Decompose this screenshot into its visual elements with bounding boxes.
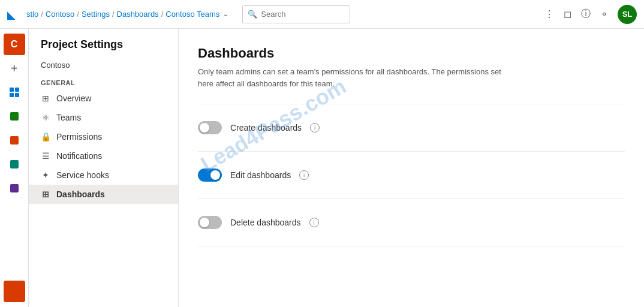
- org-item[interactable]: C: [4, 34, 25, 55]
- sidebar-item-overview[interactable]: ⊞ Overview: [29, 89, 178, 108]
- testplans-item[interactable]: [4, 154, 25, 175]
- permissions-icon: 🔒: [41, 132, 50, 142]
- top-navigation: ◣ stlo / Contoso / Settings / Dashboards…: [0, 0, 644, 29]
- page-title: Dashboards: [198, 46, 625, 61]
- toggle-create-dashboards[interactable]: [198, 121, 222, 134]
- svg-rect-1: [15, 88, 19, 92]
- svg-rect-5: [10, 136, 19, 145]
- main-layout: C + Project Settings Contoso General ⊞ O…: [0, 29, 644, 307]
- divider-bottom: [198, 246, 625, 246]
- help-icon[interactable]: ⓘ: [581, 8, 591, 20]
- pipelines-item[interactable]: [4, 130, 25, 151]
- content-area: Dashboards Only team admins can set a te…: [179, 29, 644, 307]
- svg-rect-0: [10, 88, 14, 92]
- breadcrumb-dropdown-icon[interactable]: ⌄: [223, 11, 228, 17]
- svg-rect-8: [10, 287, 19, 296]
- sidebar-item-dashboards[interactable]: ⊞ Dashboards: [29, 185, 178, 204]
- breadcrumb-contoso-teams[interactable]: Contoso Teams: [165, 10, 219, 19]
- sidebar-item-teams-label: Teams: [56, 113, 81, 122]
- sidebar-item-service-hooks[interactable]: ✦ Service hooks: [29, 165, 178, 185]
- breadcrumb-dashboards[interactable]: Dashboards: [117, 10, 159, 19]
- breadcrumb-contoso[interactable]: Contoso: [46, 10, 74, 19]
- notifications-icon: ☰: [41, 151, 50, 161]
- sidebar-item-permissions[interactable]: 🔒 Permissions: [29, 127, 178, 146]
- divider-mid2: [198, 198, 625, 199]
- icon-bar: C +: [0, 29, 29, 307]
- repos-item[interactable]: [4, 106, 25, 127]
- svg-rect-6: [10, 160, 19, 168]
- avatar[interactable]: SL: [618, 5, 637, 24]
- boards-item[interactable]: [4, 82, 25, 103]
- overview-icon: ⊞: [41, 94, 50, 103]
- edit-info-icon[interactable]: i: [299, 170, 309, 180]
- toggle-row-delete: Delete dashboards i: [198, 209, 625, 236]
- svg-rect-4: [10, 112, 19, 121]
- search-box[interactable]: 🔍: [242, 5, 350, 23]
- service-hooks-icon: ✦: [41, 170, 50, 180]
- content-description: Only team admins can set a team's permis…: [198, 66, 510, 89]
- sidebar: Project Settings Contoso General ⊞ Overv…: [29, 29, 179, 307]
- toggle-edit-label: Edit dashboards: [230, 170, 291, 180]
- sidebar-section-general: General: [29, 74, 178, 89]
- sidebar-item-permissions-label: Permissions: [56, 132, 102, 142]
- dashboards-icon: ⊞: [41, 189, 50, 199]
- breadcrumb-stlo[interactable]: stlo: [26, 10, 38, 19]
- divider-mid1: [198, 151, 625, 152]
- artifacts-item[interactable]: [4, 177, 25, 199]
- toggle-create-label: Create dashboards: [230, 123, 302, 133]
- search-input[interactable]: [261, 10, 345, 19]
- sidebar-item-notifications[interactable]: ☰ Notifications: [29, 146, 178, 165]
- user-icon[interactable]: ⚬: [600, 8, 608, 20]
- sidebar-item-dashboards-label: Dashboards: [56, 189, 105, 199]
- search-icon: 🔍: [248, 10, 257, 19]
- divider-top: [198, 104, 625, 104]
- toggle-delete-dashboards[interactable]: [198, 216, 222, 229]
- toggle-row-edit: Edit dashboards i: [198, 161, 625, 189]
- delete-info-icon[interactable]: i: [309, 218, 319, 227]
- add-item[interactable]: +: [4, 58, 25, 79]
- sidebar-title: Project Settings: [29, 38, 178, 58]
- bottom-item[interactable]: [4, 281, 25, 302]
- breadcrumb: stlo / Contoso / Settings / Dashboards /…: [26, 10, 228, 19]
- content-inner: Dashboards Only team admins can set a te…: [179, 29, 644, 307]
- grid-icon[interactable]: ⋮: [544, 8, 554, 20]
- toggle-row-create: Create dashboards i: [198, 114, 625, 142]
- sidebar-org: Contoso: [29, 58, 178, 74]
- breadcrumb-settings[interactable]: Settings: [82, 10, 110, 19]
- svg-rect-3: [15, 93, 19, 97]
- copy-icon[interactable]: ◻: [564, 8, 571, 20]
- toggle-delete-label: Delete dashboards: [230, 218, 301, 227]
- sidebar-item-overview-label: Overview: [56, 94, 91, 103]
- toggle-edit-dashboards[interactable]: [198, 168, 222, 182]
- sidebar-item-teams[interactable]: ⚛ Teams: [29, 108, 178, 127]
- svg-rect-7: [10, 184, 19, 192]
- svg-rect-2: [10, 93, 14, 97]
- teams-icon: ⚛: [41, 113, 50, 122]
- azure-devops-logo[interactable]: ◣: [7, 8, 19, 20]
- sidebar-item-service-hooks-label: Service hooks: [56, 170, 109, 180]
- sidebar-item-notifications-label: Notifications: [56, 151, 102, 161]
- create-info-icon[interactable]: i: [310, 123, 320, 133]
- nav-icons: ⋮ ◻ ⓘ ⚬ SL: [544, 5, 637, 24]
